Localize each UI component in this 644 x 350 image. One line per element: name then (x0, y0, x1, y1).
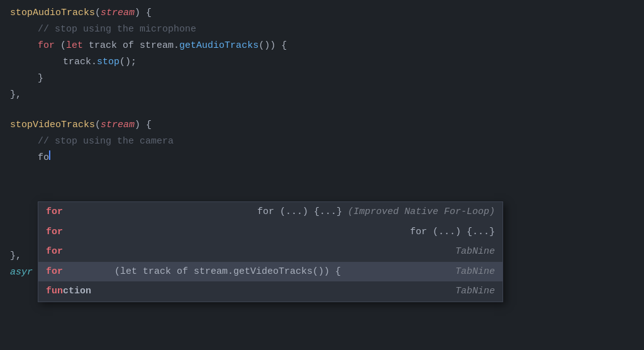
empty-line (0, 103, 644, 117)
code-line-4: track.stop(); (0, 54, 644, 71)
autocomplete-item-3[interactable]: for TabNine (38, 242, 502, 262)
code-line-8: stopVideoTracks(stream) { (0, 117, 644, 133)
autocomplete-dropdown[interactable]: for for (...) {...} (Improved Native For… (38, 201, 503, 302)
token-fn-name: stopAudioTracks (10, 6, 95, 21)
code-editor[interactable]: stopAudioTracks(stream) { // stop using … (0, 0, 644, 350)
autocomplete-item-2[interactable]: for for (...) {...} (38, 222, 502, 242)
cursor (49, 150, 50, 160)
autocomplete-item-1[interactable]: for for (...) {...} (Improved Native For… (38, 202, 502, 222)
code-line-2: // stop using the microphone (0, 21, 644, 38)
autocomplete-item-5[interactable]: function TabNine (38, 281, 502, 302)
autocomplete-item-4[interactable]: for (let track of stream.getVideoTracks(… (38, 262, 502, 282)
code-line-9: // stop using the camera (0, 133, 644, 150)
code-line-5: } (0, 71, 644, 87)
code-line-1: stopAudioTracks(stream) { (0, 5, 644, 21)
code-line-10: fo (0, 150, 644, 166)
code-line-6: }, (0, 87, 644, 103)
code-line-3: for (let track of stream.getAudioTracks(… (0, 38, 644, 54)
